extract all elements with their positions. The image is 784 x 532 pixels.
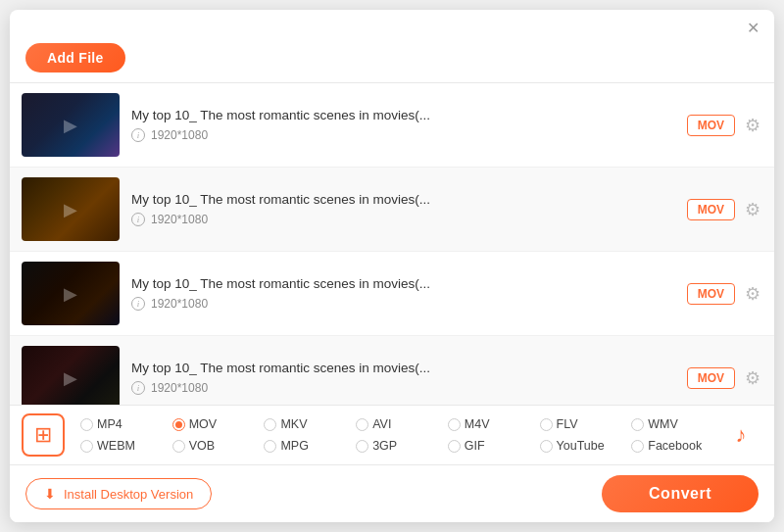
thumb-overlay [22, 262, 120, 325]
info-icon[interactable]: i [131, 381, 145, 395]
radio-circle [172, 440, 185, 453]
file-meta: i 1920*1080 [131, 128, 675, 142]
file-resolution: 1920*1080 [151, 128, 208, 142]
format-label: VOB [189, 439, 215, 453]
file-thumbnail [22, 262, 120, 325]
file-name: My top 10_ The most romantic scenes in m… [131, 276, 675, 291]
radio-circle [356, 418, 368, 431]
radio-circle [448, 418, 461, 431]
format-option-gif[interactable]: GIF [444, 437, 536, 455]
radio-circle [448, 440, 461, 453]
info-icon[interactable]: i [131, 128, 145, 142]
info-icon[interactable]: i [131, 297, 145, 311]
file-actions: MOV ⚙ [687, 197, 762, 222]
file-resolution: 1920*1080 [151, 213, 208, 226]
radio-circle [80, 440, 93, 453]
format-badge[interactable]: MOV [687, 283, 735, 305]
file-actions: MOV ⚙ [687, 113, 762, 138]
file-info: My top 10_ The most romantic scenes in m… [131, 108, 675, 142]
format-label: GIF [465, 439, 485, 453]
file-item: My top 10_ The most romantic scenes in m… [10, 168, 774, 252]
format-label: MOV [189, 417, 217, 431]
radio-circle [264, 418, 276, 431]
radio-circle [80, 418, 93, 431]
format-grid: MP4 MOV MKV AVI M4V FLV WMV WEBM VOB M [76, 415, 719, 455]
format-label: WEBM [97, 439, 135, 453]
music-icon-wrap: ♪ [719, 413, 762, 457]
radio-circle [264, 440, 276, 453]
file-thumbnail [22, 177, 120, 241]
settings-icon[interactable]: ⚙ [743, 197, 762, 222]
radio-circle [356, 440, 368, 453]
file-item: My top 10_ The most romantic scenes in m… [10, 336, 774, 406]
file-list: My top 10_ The most romantic scenes in m… [10, 82, 774, 406]
app-window: ✕ Add File My top 10_ The most romantic … [10, 10, 774, 522]
format-label: YouTube [557, 439, 605, 453]
file-meta: i 1920*1080 [131, 213, 675, 226]
install-label: Install Desktop Version [64, 487, 193, 502]
close-button[interactable]: ✕ [743, 18, 762, 37]
add-file-button[interactable]: Add File [25, 43, 125, 73]
radio-circle [631, 440, 644, 453]
format-option-webm[interactable]: WEBM [76, 437, 169, 455]
format-option-avi[interactable]: AVI [352, 415, 444, 433]
video-format-icon-wrap: ⊞ [22, 413, 65, 457]
format-option-mov[interactable]: MOV [169, 415, 261, 433]
file-info: My top 10_ The most romantic scenes in m… [131, 361, 675, 395]
thumb-overlay [22, 177, 120, 241]
file-meta: i 1920*1080 [131, 297, 675, 311]
thumb-overlay [22, 346, 120, 406]
install-button[interactable]: ⬇ Install Desktop Version [25, 478, 212, 509]
settings-icon[interactable]: ⚙ [743, 281, 762, 307]
file-actions: MOV ⚙ [687, 281, 762, 307]
settings-icon[interactable]: ⚙ [743, 113, 762, 138]
bottom-bar: ⬇ Install Desktop Version Convert [10, 465, 774, 522]
format-option-m4v[interactable]: M4V [444, 415, 536, 433]
format-option-mpg[interactable]: MPG [260, 437, 352, 455]
radio-circle [540, 418, 553, 431]
radio-circle [172, 418, 185, 431]
format-bar: ⊞ MP4 MOV MKV AVI M4V FLV WMV WEBM [10, 406, 774, 465]
file-resolution: 1920*1080 [151, 381, 208, 395]
file-info: My top 10_ The most romantic scenes in m… [131, 192, 675, 226]
file-name: My top 10_ The most romantic scenes in m… [131, 108, 675, 122]
format-option-facebook[interactable]: Facebook [627, 437, 719, 455]
file-thumbnail [22, 346, 120, 406]
file-actions: MOV ⚙ [687, 365, 762, 391]
format-badge[interactable]: MOV [687, 115, 735, 136]
format-label: AVI [372, 417, 391, 431]
format-option-flv[interactable]: FLV [536, 415, 628, 433]
format-option-mp4[interactable]: MP4 [76, 415, 169, 433]
file-info: My top 10_ The most romantic scenes in m… [131, 276, 675, 311]
format-label: MPG [280, 439, 308, 453]
toolbar: Add File [10, 37, 774, 82]
format-label: M4V [465, 417, 490, 431]
format-badge[interactable]: MOV [687, 367, 735, 389]
convert-button[interactable]: Convert [602, 475, 759, 512]
format-option-wmv[interactable]: WMV [627, 415, 719, 433]
format-label: 3GP [372, 439, 397, 453]
file-item: My top 10_ The most romantic scenes in m… [10, 252, 774, 336]
settings-icon[interactable]: ⚙ [743, 365, 762, 391]
music-icon: ♪ [736, 422, 747, 448]
download-icon: ⬇ [44, 486, 56, 502]
file-meta: i 1920*1080 [131, 381, 675, 395]
format-label: WMV [648, 417, 678, 431]
radio-circle [631, 418, 644, 431]
thumb-overlay [22, 93, 120, 157]
file-item: My top 10_ The most romantic scenes in m… [10, 83, 774, 168]
format-label: MKV [280, 417, 307, 431]
file-thumbnail [22, 93, 120, 157]
format-label: Facebook [648, 439, 702, 453]
film-icon: ⊞ [34, 422, 52, 448]
format-option-mkv[interactable]: MKV [260, 415, 352, 433]
info-icon[interactable]: i [131, 213, 145, 226]
format-option-youtube[interactable]: YouTube [536, 437, 628, 455]
format-label: FLV [557, 417, 578, 431]
format-option-3gp[interactable]: 3GP [352, 437, 444, 455]
radio-circle [540, 440, 553, 453]
format-option-vob[interactable]: VOB [169, 437, 261, 455]
file-resolution: 1920*1080 [151, 297, 208, 311]
title-bar: ✕ [10, 10, 774, 37]
format-badge[interactable]: MOV [687, 199, 735, 220]
